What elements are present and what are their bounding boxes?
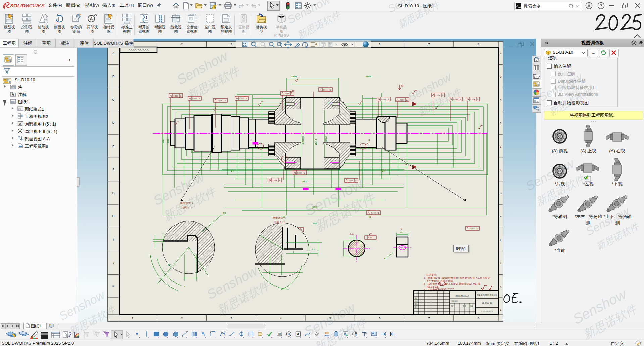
svg-text:比例 5 : 1: 比例 5 : 1 [181, 206, 193, 209]
svg-text:局部放大 II: 局部放大 II [273, 216, 286, 219]
svg-text:0.04: 0.04 [368, 237, 372, 239]
svg-text:Z80CrMnMoLA: Z80CrMnMoLA [456, 295, 469, 297]
svg-text:A: A [12, 93, 14, 96]
svg-text:40: 40 [400, 231, 403, 233]
svg-text:N: N [288, 333, 290, 336]
svg-text:A-A: A-A [350, 233, 354, 235]
svg-text:比例 5 : 1: 比例 5 : 1 [274, 221, 285, 224]
svg-text:A: A [19, 130, 21, 133]
svg-text:局部放大 I: 局部放大 I [180, 202, 193, 205]
svg-text:审核: 审核 [415, 303, 418, 305]
svg-text:A1: A1 [451, 305, 453, 307]
svg-text:TXT-XX-XXX: TXT-XX-XXX [481, 310, 493, 312]
svg-text:1.6: 1.6 [312, 248, 315, 250]
svg-text:01: 01 [278, 332, 281, 336]
svg-text:阶段标记: 阶段标记 [452, 300, 458, 302]
svg-text:重量: 重量 [463, 305, 466, 307]
svg-text:1:2: 1:2 [470, 305, 473, 307]
svg-text:青岛新思诺软件有限公司: 青岛新思诺软件有限公司 [477, 294, 497, 296]
svg-text:V: V [401, 228, 402, 230]
svg-text:R1: R1 [384, 257, 387, 259]
svg-text:A: A [344, 332, 346, 336]
svg-text:设计: 设计 [415, 297, 418, 299]
svg-text:?: ? [600, 3, 602, 8]
svg-text:SL-D10-10: SL-D10-10 [482, 302, 492, 304]
svg-text:A: A [90, 16, 93, 21]
svg-text:R1: R1 [223, 212, 226, 214]
svg-text:2、未注圆角: 除 , M6×2, M8×2, 螺纹孔: 2、未注圆角: 除 , M6×2, M8×2, 螺纹孔M12, M8, 深 [424, 282, 481, 285]
svg-text:A: A [297, 332, 299, 336]
svg-text:A: A [19, 122, 21, 126]
svg-text:标记 处数 分区 更改文件号 签名: 标记 处数 分区 更改文件号 签名 [433, 288, 454, 290]
svg-text:技术要求:: 技术要求: [426, 273, 437, 276]
svg-text:校对: 校对 [415, 300, 418, 302]
svg-text:45°: 45° [168, 264, 171, 266]
svg-text:24: 24 [440, 284, 443, 286]
svg-text:工艺: 工艺 [415, 306, 418, 308]
svg-text:!: ! [214, 6, 215, 9]
svg-text:1、调质HB241~286处理后进行, 有效硬化长度与工作长: 1、调质HB241~286处理后进行, 有效硬化长度与工作长度达 [424, 276, 490, 279]
svg-text:4: 4 [184, 285, 185, 288]
